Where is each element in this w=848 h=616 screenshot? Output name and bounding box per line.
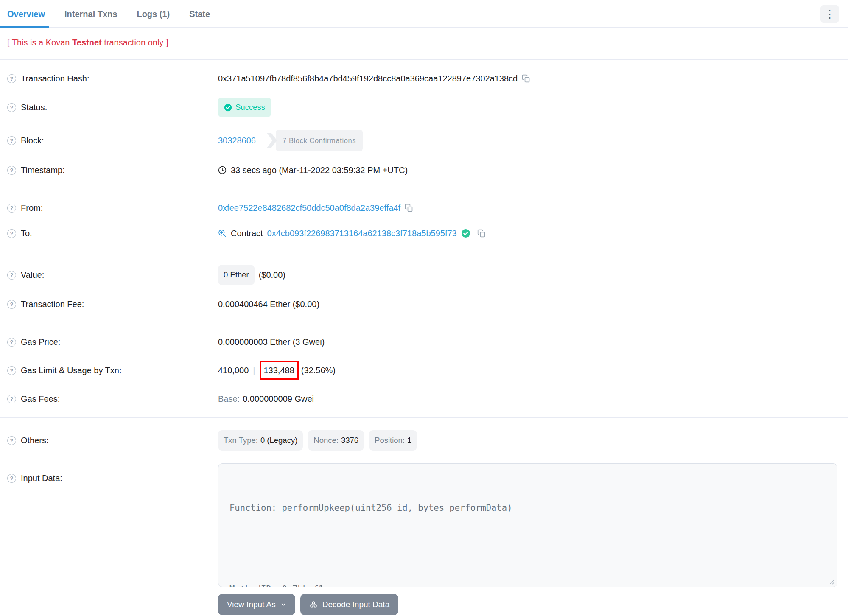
value-amount-badge: 0 Ether	[218, 265, 255, 285]
row-timestamp: ?Timestamp: 33 secs ago (Mar-11-2022 03:…	[0, 157, 848, 183]
copy-icon	[477, 229, 486, 238]
view-input-as-label: View Input As	[227, 600, 276, 609]
verified-check-icon	[461, 229, 470, 238]
transaction-fee-value: 0.000400464 Ether ($0.00)	[218, 298, 319, 311]
base-fee-value: 0.000000009 Gwei	[243, 392, 314, 405]
gas-used-percent: (32.56%)	[301, 364, 336, 377]
help-icon[interactable]: ?	[7, 271, 16, 280]
value-usd: ($0.00)	[259, 269, 285, 281]
row-gas-price: ?Gas Price: 0.000000003 Ether (3 Gwei)	[0, 329, 848, 355]
timestamp-value: 33 secs ago (Mar-11-2022 03:59:32 PM +UT…	[231, 164, 408, 176]
help-icon[interactable]: ?	[7, 366, 16, 375]
row-label: Gas Limit & Usage by Txn:	[21, 364, 122, 377]
gas-used-highlight-box: 133,488	[260, 361, 299, 380]
row-gas-fees: ?Gas Fees: Base: 0.000000009 Gwei	[0, 386, 848, 412]
input-data-line: Function: performUpkeep(uint256 id, byte…	[229, 501, 826, 515]
help-icon[interactable]: ?	[7, 474, 16, 483]
testnet-notice: [ This is a Kovan Testnet transaction on…	[0, 28, 848, 60]
row-label: From:	[21, 202, 43, 214]
row-transaction-fee: ?Transaction Fee: 0.000400464 Ether ($0.…	[0, 291, 848, 317]
from-address-link[interactable]: 0xfee7522e8482682cf50ddc50a0f8da2a39effa…	[218, 202, 400, 214]
gas-price-value: 0.000000003 Ether (3 Gwei)	[218, 336, 325, 348]
row-label: Gas Fees:	[21, 392, 60, 405]
tab-overview[interactable]: Overview	[7, 0, 45, 28]
row-label: Status:	[21, 101, 47, 114]
help-icon[interactable]: ?	[7, 338, 16, 347]
gas-limit-value: 410,000	[218, 364, 249, 377]
row-label: Transaction Hash:	[21, 72, 90, 85]
value-amount: 0 Ether	[224, 269, 249, 281]
section-value-fee: ?Value: 0 Ether ($0.00) ?Transaction Fee…	[0, 252, 848, 323]
help-icon[interactable]: ?	[7, 74, 16, 83]
row-block: ?Block: 30328606 7 Block Confirmations	[0, 123, 848, 157]
section-hash-status-block-time: ?Transaction Hash: 0x371a51097fb78df856f…	[0, 60, 848, 189]
chevron-down-icon	[280, 602, 286, 608]
input-data-textarea[interactable]: Function: performUpkeep(uint256 id, byte…	[218, 463, 837, 587]
position-label: Position:	[375, 434, 405, 447]
block-number-link[interactable]: 30328606	[218, 134, 256, 147]
to-contract-prefix: Contract	[231, 227, 263, 240]
separator: |	[253, 364, 255, 377]
tab-internal-txns[interactable]: Internal Txns	[64, 0, 117, 28]
notice-bold: Testnet	[72, 38, 102, 47]
nonce-badge: Nonce:3376	[308, 430, 364, 451]
copy-icon	[522, 74, 530, 83]
tab-state[interactable]: State	[189, 0, 210, 28]
section-from-to: ?From: 0xfee7522e8482682cf50ddc50a0f8da2…	[0, 189, 848, 252]
txn-type-value: 0 (Legacy)	[260, 434, 297, 447]
row-value: ?Value: 0 Ether ($0.00)	[0, 258, 848, 291]
row-label: Timestamp:	[21, 164, 65, 176]
transaction-hash-value: 0x371a51097fb78df856f8b4a7bd459f192d8cc8…	[218, 72, 518, 85]
clock-icon	[218, 166, 227, 174]
help-icon[interactable]: ?	[7, 436, 16, 445]
gas-used-value: 133,488	[264, 366, 294, 375]
help-icon[interactable]: ?	[7, 166, 16, 175]
help-icon[interactable]: ?	[7, 204, 16, 213]
view-input-as-button[interactable]: View Input As	[218, 594, 295, 615]
input-data-line	[229, 542, 826, 555]
resize-handle[interactable]	[829, 579, 835, 585]
block-confirmations: 7 Block Confirmations	[267, 130, 363, 151]
row-input-data: ?Input Data: Function: performUpkeep(uin…	[0, 457, 848, 616]
help-icon[interactable]: ?	[7, 229, 16, 238]
transaction-detail-page: Overview Internal Txns Logs (1) State ⋮ …	[0, 0, 848, 616]
row-label: Value:	[21, 269, 44, 281]
txn-type-badge: Txn Type:0 (Legacy)	[218, 430, 303, 451]
input-data-line: MethodID: 0x7bbaf1ea	[229, 582, 826, 587]
zoom-in-icon[interactable]	[218, 229, 227, 238]
row-label: Others:	[21, 434, 49, 447]
check-circle-icon	[224, 104, 232, 112]
row-label: Transaction Fee:	[21, 298, 84, 311]
row-to: ?To: Contract 0x4cb093f226983713164a6213…	[0, 221, 848, 246]
section-gas: ?Gas Price: 0.000000003 Ether (3 Gwei) ?…	[0, 323, 848, 418]
copy-icon	[405, 204, 413, 212]
base-fee-label: Base:	[218, 392, 240, 405]
position-badge: Position:1	[369, 430, 417, 451]
nonce-label: Nonce:	[313, 434, 339, 447]
row-label: Block:	[21, 134, 44, 147]
confirmations-badge: 7 Block Confirmations	[276, 130, 363, 151]
tab-logs[interactable]: Logs (1)	[137, 0, 170, 28]
status-text: Success	[235, 101, 265, 114]
decode-input-data-label: Decode Input Data	[322, 600, 389, 609]
help-icon[interactable]: ?	[7, 300, 16, 309]
copy-from-address-button[interactable]	[405, 204, 413, 212]
to-address-link[interactable]: 0x4cb093f226983713164a62138c3f718a5b595f…	[267, 227, 457, 240]
copy-hash-button[interactable]	[522, 74, 530, 83]
row-label: To:	[21, 227, 32, 240]
row-others: ?Others: Txn Type:0 (Legacy) Nonce:3376 …	[0, 424, 848, 457]
section-others-input: ?Others: Txn Type:0 (Legacy) Nonce:3376 …	[0, 418, 848, 616]
row-label: Input Data:	[21, 472, 62, 484]
help-icon[interactable]: ?	[7, 136, 16, 145]
copy-to-address-button[interactable]	[477, 229, 486, 238]
kebab-menu-button[interactable]: ⋮	[820, 5, 839, 23]
row-gas-limit-usage: ?Gas Limit & Usage by Txn: 410,000 | 133…	[0, 355, 848, 386]
help-icon[interactable]: ?	[7, 395, 16, 403]
row-label: Gas Price:	[21, 336, 60, 348]
decode-input-data-button[interactable]: Decode Input Data	[300, 594, 398, 615]
help-icon[interactable]: ?	[7, 103, 16, 112]
row-status: ?Status: Success	[0, 91, 848, 123]
tab-bar: Overview Internal Txns Logs (1) State ⋮	[0, 0, 848, 28]
row-from: ?From: 0xfee7522e8482682cf50ddc50a0f8da2…	[0, 195, 848, 221]
kebab-icon: ⋮	[824, 8, 835, 20]
